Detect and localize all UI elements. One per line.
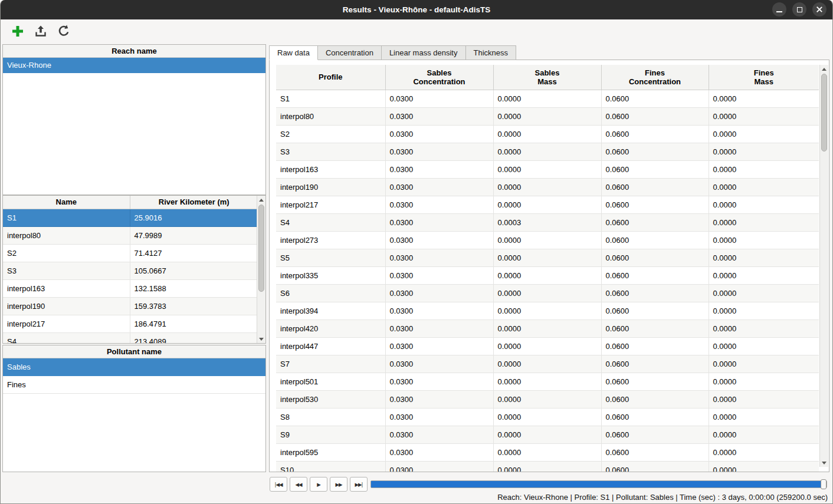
- minimize-button[interactable]: [772, 2, 786, 17]
- tab-linear-mass-density[interactable]: Linear mass density: [381, 45, 466, 60]
- scroll-up-icon[interactable]: [820, 65, 828, 73]
- table-row[interactable]: interpol5950.03000.00000.06000.0000: [276, 443, 819, 461]
- table-row[interactable]: interpol4200.03000.00000.06000.0000: [276, 319, 819, 337]
- tab-concentration[interactable]: Concentration: [317, 45, 382, 60]
- table-row[interactable]: interpol3940.03000.00000.06000.0000: [276, 302, 819, 319]
- reach-header: Reach name: [3, 45, 265, 58]
- cell: 105.0667: [130, 262, 258, 279]
- column-header: Name: [3, 196, 130, 209]
- table-row[interactable]: S60.03000.00000.06000.0000: [276, 284, 819, 302]
- cell: 0.0300: [385, 302, 493, 319]
- cell: 0.0300: [385, 90, 493, 107]
- table-row[interactable]: S50.03000.00000.06000.0000: [276, 249, 819, 266]
- profile-row[interactable]: S271.4127: [3, 244, 258, 262]
- table-row[interactable]: interpol2170.03000.00000.06000.0000: [276, 196, 819, 213]
- cell: 0.0600: [601, 408, 709, 426]
- profile-row[interactable]: S125.9016: [3, 209, 258, 226]
- table-row[interactable]: S100.03000.00000.06000.0000: [276, 461, 819, 472]
- column-header: SablesMass: [493, 65, 601, 90]
- cell: 0.0000: [709, 337, 819, 355]
- reach-item[interactable]: Vieux-Rhone: [3, 58, 265, 73]
- cell: 0.0300: [385, 231, 493, 249]
- profile-row[interactable]: S4213.4089: [3, 332, 258, 344]
- table-row[interactable]: interpol4470.03000.00000.06000.0000: [276, 337, 819, 355]
- cell: 0.0000: [709, 284, 819, 302]
- table-row[interactable]: S20.03000.00000.06000.0000: [276, 125, 819, 143]
- export-button[interactable]: [32, 23, 50, 41]
- table-row[interactable]: S40.03000.00030.06000.0000: [276, 213, 819, 231]
- time-slider[interactable]: [370, 480, 827, 488]
- cell: interpol394: [276, 302, 385, 319]
- table-row[interactable]: S30.03000.00000.06000.0000: [276, 143, 819, 160]
- cell: 0.0600: [601, 337, 709, 355]
- profile-row[interactable]: interpol163132.1588: [3, 279, 258, 297]
- cell: 0.0000: [709, 319, 819, 337]
- play-button[interactable]: ▶: [310, 477, 327, 492]
- cell: 0.0600: [601, 143, 709, 160]
- cell: 0.0600: [601, 178, 709, 196]
- maximize-button[interactable]: [792, 2, 806, 17]
- cell: 0.0000: [709, 178, 819, 196]
- cell: 0.0000: [493, 143, 601, 160]
- table-row[interactable]: interpol1900.03000.00000.06000.0000: [276, 178, 819, 196]
- profile-row[interactable]: interpol8047.9989: [3, 226, 258, 244]
- table-row[interactable]: interpol800.03000.00000.06000.0000: [276, 107, 819, 125]
- rewind-button[interactable]: ◀◀: [290, 477, 307, 492]
- time-slider-handle[interactable]: [821, 479, 827, 489]
- table-row[interactable]: S70.03000.00000.06000.0000: [276, 355, 819, 373]
- pollutant-item[interactable]: Fines: [3, 376, 265, 394]
- table-row[interactable]: S80.03000.00000.06000.0000: [276, 408, 819, 426]
- cell: 0.0600: [601, 390, 709, 408]
- profiles-scrollbar: [257, 196, 265, 343]
- cell: 159.3783: [130, 297, 258, 315]
- cell: 0.0600: [601, 125, 709, 143]
- profile-row[interactable]: interpol217186.4791: [3, 315, 258, 332]
- table-row[interactable]: interpol3350.03000.00000.06000.0000: [276, 266, 819, 284]
- scroll-up-icon[interactable]: [257, 196, 265, 204]
- profiles-panel: NameRiver Kilometer (m) S125.9016interpo…: [2, 195, 266, 344]
- table-row[interactable]: interpol5010.03000.00000.06000.0000: [276, 373, 819, 390]
- pollutant-item[interactable]: Sables: [3, 358, 265, 376]
- cell: S3: [3, 262, 130, 279]
- column-header: Profile: [276, 65, 385, 90]
- cell: 0.0600: [601, 90, 709, 107]
- cell: 0.0600: [601, 355, 709, 373]
- column-header: River Kilometer (m): [130, 196, 258, 209]
- add-button[interactable]: [9, 23, 27, 41]
- table-row[interactable]: interpol2730.03000.00000.06000.0000: [276, 231, 819, 249]
- scrollbar-thumb[interactable]: [258, 205, 264, 292]
- table-row[interactable]: S10.03000.00000.06000.0000: [276, 90, 819, 107]
- cell: 0.0300: [385, 443, 493, 461]
- tab-raw-data[interactable]: Raw data: [269, 45, 318, 60]
- table-row[interactable]: interpol5300.03000.00000.06000.0000: [276, 390, 819, 408]
- cell: interpol273: [276, 231, 385, 249]
- tab-thickness[interactable]: Thickness: [465, 45, 517, 60]
- scroll-down-icon[interactable]: [820, 459, 828, 467]
- cell: 0.0600: [601, 107, 709, 125]
- cell: 0.0003: [493, 213, 601, 231]
- scroll-down-icon[interactable]: [257, 335, 265, 343]
- cell: 0.0300: [385, 337, 493, 355]
- cell: S1: [276, 90, 385, 107]
- table-row[interactable]: S90.03000.00000.06000.0000: [276, 426, 819, 443]
- cell: 0.0600: [601, 373, 709, 390]
- profile-row[interactable]: interpol190159.3783: [3, 297, 258, 315]
- time-slider-fill: [371, 481, 823, 487]
- cell: 0.0600: [601, 213, 709, 231]
- table-row[interactable]: interpol1630.03000.00000.06000.0000: [276, 160, 819, 178]
- cell: interpol217: [3, 315, 130, 332]
- profile-row[interactable]: S3105.0667: [3, 262, 258, 279]
- reach-list: Vieux-Rhone: [3, 58, 265, 73]
- close-button[interactable]: [812, 2, 827, 17]
- scrollbar-thumb[interactable]: [821, 74, 827, 151]
- last-button[interactable]: ▶▶|: [350, 477, 368, 492]
- pollutant-header: Pollutant name: [3, 345, 265, 358]
- cell: S7: [276, 355, 385, 373]
- statusbar: Reach: Vieux-Rhone | Profile: S1 | Pollu…: [1, 492, 832, 503]
- forward-button[interactable]: ▶▶: [330, 477, 347, 492]
- refresh-button[interactable]: [55, 23, 73, 41]
- cell: 0.0000: [709, 373, 819, 390]
- cell: 0.0000: [709, 107, 819, 125]
- first-button[interactable]: |◀◀: [270, 477, 287, 492]
- app-window: Results - Vieux-Rhône - default-AdisTS: [0, 0, 833, 504]
